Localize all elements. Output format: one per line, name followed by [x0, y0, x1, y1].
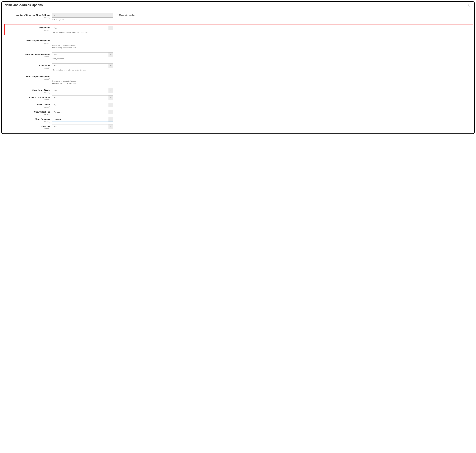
row-show-company: Show Company [website] Optional [13, 117, 471, 123]
field-label: Show Date of Birth [13, 89, 50, 92]
row-show-taxvat: Show Tax/VAT Number [website] No [13, 95, 471, 101]
caret-down-icon [110, 97, 112, 98]
label-col: Show Prefix [website] [6, 26, 52, 31]
label-col: Prefix Dropdown Options [website] [13, 39, 52, 44]
label-col: Show Gender [website] [13, 103, 52, 108]
select-value: Required [52, 110, 108, 114]
select-value: No [52, 26, 108, 30]
select-handle [108, 52, 113, 57]
control-col: No [52, 124, 113, 129]
scope-label: [website] [13, 121, 50, 122]
control-col: No [52, 88, 113, 93]
show-company-select[interactable]: Optional [52, 117, 113, 122]
scope-label: [website] [13, 128, 50, 130]
collapse-toggle[interactable] [469, 4, 471, 7]
field-label: Show Suffix [13, 64, 50, 67]
scope-label: [website] [13, 56, 50, 58]
use-system-value-checkbox[interactable] [116, 14, 118, 16]
label-col: Suffix Dropdown Options [website] [13, 75, 52, 80]
caret-down-icon [110, 126, 112, 127]
helper-line-2: Leave empty for open text field. [52, 82, 76, 84]
select-value: No [52, 95, 108, 100]
caret-down-icon [110, 104, 112, 106]
label-col: Show Suffix [website] [13, 64, 52, 69]
select-handle [108, 103, 113, 107]
field-label: Show Company [13, 118, 50, 120]
street-lines-input [52, 13, 113, 18]
control-col: Valid range: 1-4 [52, 13, 113, 21]
select-value: Optional [52, 117, 108, 121]
helper-text: Always optional. [52, 58, 113, 60]
field-label: Show Fax [13, 125, 50, 128]
select-handle [108, 64, 113, 68]
select-handle [108, 110, 113, 114]
select-value: No [52, 52, 108, 57]
control-col: No [52, 103, 113, 107]
caret-down-icon [110, 90, 112, 91]
field-label: Show Gender [13, 103, 50, 106]
show-suffix-select[interactable]: No [52, 64, 113, 68]
field-label: Show Tax/VAT Number [13, 96, 50, 99]
scope-label: [website] [13, 99, 50, 101]
caret-down-icon [110, 65, 112, 66]
helper-text: The suffix that goes after name (Jr., Sr… [52, 69, 113, 71]
control-col: Semicolon (;) separated values. Leave em… [52, 75, 113, 85]
select-value: No [52, 64, 108, 68]
caret-down-icon [110, 112, 112, 113]
scope-label: [website] [13, 106, 50, 108]
control-col: Semicolon (;) separated values. Leave em… [52, 39, 113, 49]
helper-line-1: Semicolon (;) separated values. [52, 80, 77, 82]
check-icon [116, 14, 118, 16]
row-prefix-options: Prefix Dropdown Options [website] Semico… [13, 39, 471, 49]
field-label: Show Telephone [13, 111, 50, 113]
helper-text: Valid range: 1-4 [52, 18, 113, 21]
helper-line-2: Leave empty for open text field. [52, 47, 76, 49]
name-address-options-panel: Name and Address Options Number of Lines… [1, 1, 475, 134]
form-body: Number of Lines in a Street Address [web… [5, 13, 471, 130]
scope-label: [website] [13, 17, 50, 19]
control-col: No The title that goes before name (Mr.,… [52, 26, 113, 34]
show-dob-select[interactable]: No [52, 88, 113, 93]
caret-down-icon [110, 54, 112, 55]
scope-label: [website] [13, 42, 50, 44]
show-telephone-select[interactable]: Required [52, 110, 113, 114]
control-col: Required [52, 110, 113, 114]
row-show-prefix: Show Prefix [website] No The title that … [6, 26, 471, 34]
select-value: No [52, 103, 108, 107]
show-taxvat-select[interactable]: No [52, 95, 113, 100]
show-middle-name-select[interactable]: No [52, 52, 113, 57]
select-value: No [52, 124, 108, 129]
row-street-lines: Number of Lines in a Street Address [web… [13, 13, 471, 21]
scope-label: [website] [13, 113, 50, 115]
field-label: Number of Lines in a Street Address [13, 14, 50, 16]
row-show-dob: Show Date of Birth [website] No [13, 88, 471, 94]
show-fax-select[interactable]: No [52, 124, 113, 129]
label-col: Number of Lines in a Street Address [web… [13, 13, 52, 19]
field-label: Prefix Dropdown Options [13, 40, 50, 42]
suffix-options-input[interactable] [52, 75, 113, 79]
helper-line-1: Semicolon (;) separated values. [52, 44, 77, 46]
label-col: Show Middle Name (initial) [website] [13, 52, 52, 58]
prefix-options-input[interactable] [52, 39, 113, 43]
select-handle [108, 26, 113, 30]
show-prefix-select[interactable]: No [52, 26, 113, 30]
row-show-gender: Show Gender [website] No [13, 103, 471, 108]
select-handle [108, 124, 113, 129]
scope-label: [website] [6, 29, 50, 31]
field-label: Show Prefix [6, 27, 50, 29]
label-col: Show Fax [website] [13, 124, 52, 130]
label-col: Show Tax/VAT Number [website] [13, 95, 52, 101]
chevron-up-icon [469, 4, 471, 6]
row-show-telephone: Show Telephone [website] Required [13, 110, 471, 115]
control-col: Optional [52, 117, 113, 122]
caret-down-icon [110, 27, 112, 29]
extra-col: Use system value [113, 13, 135, 16]
show-gender-select[interactable]: No [52, 103, 113, 107]
row-suffix-options: Suffix Dropdown Options [website] Semico… [13, 75, 471, 85]
select-handle [108, 117, 113, 121]
field-label: Show Middle Name (initial) [13, 53, 50, 56]
control-col: No [52, 95, 113, 100]
helper-text: Semicolon (;) separated values. Leave em… [52, 44, 113, 49]
row-show-middle-name: Show Middle Name (initial) [website] No … [13, 52, 471, 60]
helper-text: The title that goes before name (Mr., Mr… [52, 31, 113, 34]
